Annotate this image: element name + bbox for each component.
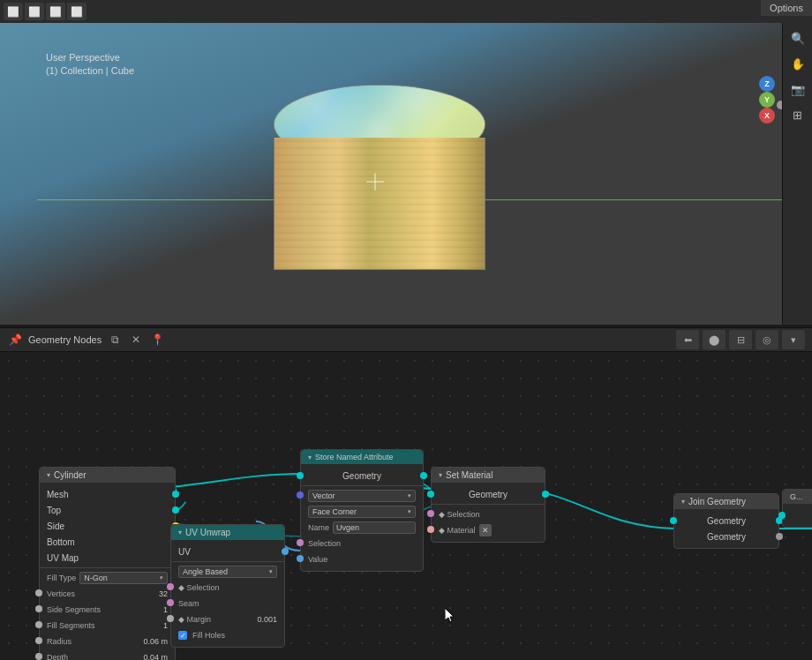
node-sna-body: Geometry Vector ▾ Face Corner ▾ [301,464,423,571]
socket-jg-val-out[interactable] [776,533,783,540]
socket-sel-setmat[interactable] [427,510,434,517]
socket-setmat-geo-out[interactable] [542,491,549,498]
socket-uv-out[interactable] [282,548,289,555]
depth-value: 0.04 m [143,653,168,660]
gn-pinned-icon[interactable]: 📍 [149,332,165,348]
node-canvas[interactable]: ▾ Cylinder Mesh Top Side Bottom [0,352,812,660]
node-partial-header: G... [783,490,812,504]
options-button[interactable]: Options [761,0,812,16]
socket-value-sna[interactable] [297,555,304,562]
collection-label: (1) Collection | Cube [46,64,134,78]
rtool-camera[interactable]: 📷 [786,78,809,101]
top-icon-2[interactable]: ⬜ [25,3,44,20]
node-collapse-arrow-uv[interactable]: ▾ [178,529,182,536]
socket-sna-geo-in[interactable] [297,472,304,479]
node-set-material[interactable]: ▾ Set Material Geometry ◆ Selection ◆ Ma… [431,467,545,543]
name-input[interactable]: Uvgen [333,521,416,534]
field-filltype: Fill Type N-Gon ▾ [40,570,175,586]
node-joingeo-geo2: Geometry [674,529,778,544]
gn-sphere-btn[interactable]: ⬤ [703,330,726,349]
socket-sel-uv[interactable] [167,583,174,590]
gn-close-icon[interactable]: ✕ [128,332,144,348]
socket-top-out[interactable] [172,506,179,514]
field-depth: Depth 0.04 m [40,649,175,660]
bottom-label: Bottom [47,537,75,547]
material-clear[interactable]: ✕ [479,524,492,536]
gn-title: Geometry Nodes [28,334,102,345]
rtool-grid[interactable]: ⊞ [786,103,809,126]
setmat-geo-label: Geometry [469,490,508,499]
node-sna-header[interactable]: ▾ Store Named Attribute [301,450,423,464]
socket-setmat-geo-in[interactable] [427,491,434,498]
gn-pin-icon[interactable]: 📌 [7,332,23,348]
radius-label: Radius [47,637,71,646]
x-axis-icon[interactable]: X [759,108,775,124]
node-partial-label: G... [790,492,803,501]
socket-radius-in[interactable] [35,637,42,644]
node-partial-row [783,507,812,523]
socket-seam[interactable] [167,599,174,606]
sel-uv-label: ◆ Selection [178,583,220,592]
node-collapse-arrow-sna[interactable]: ▾ [308,454,312,461]
field-selection-uv: ◆ Selection [171,580,284,596]
gn-grid-btn[interactable]: ⊟ [729,330,752,349]
vector-dropdown[interactable]: Vector ▾ [308,490,416,502]
field-vertices: Vertices 32 [40,586,175,602]
socket-mesh-out[interactable] [172,491,179,498]
node-join-geometry[interactable]: ▾ Join Geometry Geometry Geometry [673,493,779,549]
top-icon-3[interactable]: ⬜ [46,3,65,20]
gn-copy-icon[interactable]: ⧉ [107,332,123,348]
field-seam: Seam [171,596,284,611]
node-store-named-attr[interactable]: ▾ Store Named Attribute Geometry Vector … [300,449,424,572]
socket-jg-geo-in[interactable] [670,517,677,524]
socket-sna-geo-out[interactable] [420,472,427,479]
node-setmat-header[interactable]: ▾ Set Material [432,468,545,483]
rtool-hand[interactable]: ✋ [786,52,809,75]
node-collapse-arrow-sm[interactable]: ▾ [439,471,442,479]
field-material: ◆ Material ✕ [432,522,545,538]
node-uvunwrap-header[interactable]: ▾ UV Unwrap [171,525,284,540]
z-axis-icon[interactable]: Z [759,76,775,92]
fillholes-checkbox[interactable]: ✓ [178,631,187,640]
method-dropdown[interactable]: Angle Based ▾ [178,566,277,578]
top-icon-4[interactable]: ⬜ [67,3,86,20]
margin-value: 0.001 [257,615,277,624]
node-uv-unwrap[interactable]: ▾ UV Unwrap UV Angle Based ▾ ◆ Selec [170,524,285,648]
socket-vertices-in[interactable] [35,589,42,596]
socket-depth-in[interactable] [35,653,42,660]
node-setmat-body: Geometry ◆ Selection ◆ Material ✕ [432,483,545,542]
node-collapse-arrow[interactable]: ▾ [47,471,50,479]
socket-sel-sna[interactable] [297,539,304,546]
rtool-zoom[interactable]: 🔍 [786,26,809,49]
filltype-dropdown[interactable]: N-Gon ▾ [79,572,168,584]
node-cylinder[interactable]: ▾ Cylinder Mesh Top Side Bottom [39,467,176,660]
socket-fillseg-in[interactable] [35,621,42,628]
node-cylinder-header[interactable]: ▾ Cylinder [40,468,175,483]
node-partial-right[interactable]: G... [782,489,812,528]
gn-overlay-btn[interactable]: ◎ [756,330,778,349]
viewport-info: User Perspective (1) Collection | Cube [46,51,134,79]
socket-mat-in[interactable] [427,526,434,533]
fillholes-label: Fill Holes [192,631,225,640]
dropdown-arrow-fc: ▾ [408,508,411,515]
node-sna-geo-out: Geometry [301,468,423,484]
node-joingeo-body: Geometry Geometry [674,509,778,548]
node-joingeo-header[interactable]: ▾ Join Geometry [674,494,778,509]
socket-sideseg-in[interactable] [35,605,42,612]
vertices-label: Vertices [47,589,75,598]
node-joingeo-title: Join Geometry [688,497,746,506]
3d-viewport[interactable]: User Perspective (1) Collection | Cube Z… [0,23,812,327]
node-sna-title: Store Named Attribute [315,453,394,461]
socket-margin[interactable] [167,615,174,622]
field-value-sna: Value [301,551,423,567]
socket-vector-in[interactable] [297,491,304,499]
top-icon-1[interactable]: ⬜ [4,3,23,20]
field-vector: Vector ▾ [301,488,423,504]
face-corner-dropdown[interactable]: Face Corner ▾ [308,506,416,518]
gn-chevron-btn[interactable]: ▾ [782,330,805,349]
socket-partial-in[interactable] [778,512,786,519]
y-axis-icon[interactable]: Y [759,92,775,108]
node-row-uvmap: UV Map [40,550,175,566]
gn-back-btn[interactable]: ⬅ [676,330,699,349]
node-collapse-arrow-jg[interactable]: ▾ [681,498,685,506]
